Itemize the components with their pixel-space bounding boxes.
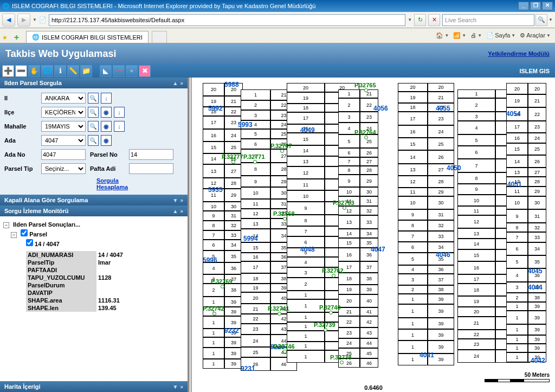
mahalle-info-button[interactable]: ◉ bbox=[101, 121, 112, 132]
parcel[interactable]: 35 bbox=[528, 255, 546, 268]
parcel[interactable]: 13 bbox=[506, 168, 528, 177]
ada-select[interactable]: 4047 bbox=[41, 135, 86, 146]
parcel[interactable]: 31 bbox=[360, 196, 378, 206]
parcel[interactable]: 16 bbox=[203, 129, 224, 142]
parcel[interactable]: 18 bbox=[506, 107, 528, 121]
parcel[interactable]: 11 bbox=[398, 188, 428, 196]
parcel[interactable]: 2 bbox=[457, 98, 495, 112]
pafta-input[interactable] bbox=[129, 163, 173, 174]
parcel[interactable]: 11 bbox=[506, 187, 528, 196]
parcel[interactable]: 17 bbox=[398, 112, 428, 125]
parcel[interactable]: 21 bbox=[360, 89, 378, 98]
parcel[interactable]: 6 bbox=[338, 148, 360, 157]
parcel[interactable]: 21 bbox=[428, 92, 454, 103]
parcel[interactable]: 12 bbox=[506, 177, 528, 187]
parcel[interactable]: 15 bbox=[287, 133, 325, 145]
parcel[interactable]: 18 bbox=[398, 103, 428, 112]
parcel[interactable]: 7 bbox=[338, 157, 360, 166]
tree-toggle[interactable]: − bbox=[3, 222, 9, 228]
clear-button[interactable]: ✖ bbox=[139, 65, 151, 77]
parcel[interactable]: 5 bbox=[241, 129, 270, 139]
parcel[interactable]: 17 bbox=[506, 121, 528, 133]
layers-button[interactable]: 📁 bbox=[80, 65, 92, 77]
ada-search-button[interactable]: 🔍 bbox=[88, 135, 99, 146]
tool-b-button[interactable]: 〰 bbox=[113, 65, 125, 77]
parcel[interactable]: 14 bbox=[338, 229, 360, 238]
ilce-down-button[interactable]: ↓ bbox=[114, 107, 125, 118]
parcel[interactable]: 21 bbox=[457, 317, 495, 330]
parcel[interactable]: 7 bbox=[203, 230, 224, 240]
pan-button[interactable]: ✋ bbox=[28, 65, 40, 77]
parcel[interactable]: 17 bbox=[457, 274, 495, 284]
parcel[interactable]: 40 bbox=[360, 294, 378, 307]
parcel[interactable]: 42 bbox=[360, 316, 378, 327]
page-menu[interactable]: 📄Sayfa▼ bbox=[486, 32, 515, 39]
parcel[interactable]: 7 bbox=[457, 159, 495, 172]
parcel[interactable]: 39 bbox=[428, 354, 454, 365]
stop-button[interactable]: ✕ bbox=[428, 14, 440, 26]
parcel[interactable]: 15 bbox=[241, 242, 270, 253]
parcel[interactable]: 7 bbox=[287, 226, 325, 236]
parcel[interactable]: 11 bbox=[203, 189, 224, 202]
parcel[interactable]: 1 bbox=[203, 329, 224, 337]
parcel[interactable]: 15 bbox=[398, 138, 428, 150]
parcel[interactable]: 16 bbox=[338, 248, 360, 261]
parcel[interactable]: 1 bbox=[203, 348, 224, 359]
parcel[interactable]: 1 bbox=[398, 304, 428, 318]
parcel[interactable]: 28 bbox=[224, 178, 243, 189]
parcel[interactable]: 10 bbox=[338, 187, 360, 196]
parcel[interactable]: 6 bbox=[398, 242, 428, 253]
parcel[interactable]: 16 bbox=[241, 253, 270, 261]
parcel[interactable]: 29 bbox=[528, 187, 546, 196]
back-button[interactable]: ◀ bbox=[2, 14, 15, 27]
parcel[interactable]: 20 bbox=[528, 83, 546, 94]
parcel[interactable]: 28 bbox=[360, 166, 378, 175]
nav-history-dropdown-icon[interactable]: ▼ bbox=[33, 17, 37, 22]
parcel[interactable]: 21 bbox=[528, 94, 546, 107]
parcel[interactable]: 39 bbox=[224, 307, 243, 316]
parcel[interactable]: 4 bbox=[241, 120, 270, 129]
parcel[interactable]: 1 bbox=[338, 89, 360, 98]
parcel[interactable]: 30 bbox=[428, 196, 454, 209]
parcel[interactable]: 11 bbox=[241, 199, 270, 209]
parcel[interactable]: 35 bbox=[428, 253, 454, 265]
parcel[interactable]: 24 bbox=[360, 123, 378, 134]
parcel[interactable]: 1 bbox=[398, 318, 428, 329]
parcel[interactable]: 1 bbox=[287, 322, 325, 331]
parcel[interactable]: 13 bbox=[398, 164, 428, 176]
parcel[interactable]: 37 bbox=[224, 274, 243, 284]
parcel[interactable]: 24 bbox=[338, 338, 360, 348]
parcel[interactable]: 14 bbox=[287, 145, 325, 156]
parcel[interactable]: 25 bbox=[360, 134, 378, 148]
parcel[interactable]: 27 bbox=[528, 168, 546, 177]
parcel[interactable]: 3 bbox=[457, 112, 495, 121]
parcel[interactable]: 24 bbox=[457, 350, 495, 363]
parcel[interactable]: 3 bbox=[241, 110, 270, 120]
parcel[interactable]: 5 bbox=[506, 255, 528, 268]
parcel[interactable]: 4 bbox=[398, 265, 428, 274]
parcel[interactable]: 33 bbox=[224, 230, 243, 240]
parcel[interactable]: 39 bbox=[224, 337, 243, 348]
parcel[interactable]: 1 bbox=[398, 294, 428, 304]
parcel[interactable]: 44 bbox=[360, 338, 378, 348]
parcel[interactable]: 19 bbox=[338, 285, 360, 294]
ilce-info-button[interactable]: ◉ bbox=[101, 107, 112, 118]
parcel[interactable]: 27 bbox=[360, 157, 378, 166]
parcel[interactable]: 9 bbox=[287, 202, 325, 215]
parcel[interactable]: 11 bbox=[338, 196, 360, 206]
address-input[interactable] bbox=[49, 14, 405, 26]
parcel[interactable]: 24 bbox=[528, 133, 546, 143]
parcel[interactable]: 39 bbox=[528, 335, 546, 344]
parcel[interactable]: 1 bbox=[203, 316, 224, 329]
parcel[interactable]: 5 bbox=[203, 250, 224, 262]
parcel[interactable]: 1 bbox=[203, 297, 224, 307]
parcel[interactable]: 22 bbox=[528, 107, 546, 121]
panel-kapali-header[interactable]: Kapali Alana Göre Sorgulama ▼» bbox=[0, 195, 188, 205]
parcel[interactable]: 1 bbox=[287, 312, 325, 322]
search-dropdown-icon[interactable]: ▼ bbox=[548, 17, 553, 22]
parcel[interactable]: 8 bbox=[241, 163, 270, 176]
parcel[interactable]: 8 bbox=[506, 223, 528, 232]
parcel[interactable]: 41 bbox=[360, 307, 378, 316]
parcel[interactable]: 45 bbox=[360, 348, 378, 358]
tools-menu[interactable]: ⚙Araçlar▼ bbox=[520, 32, 551, 39]
